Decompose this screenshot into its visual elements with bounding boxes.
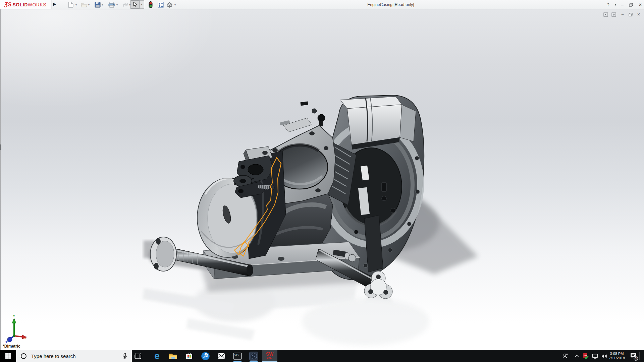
print-button[interactable] [108,1,115,8]
cad-app-icon [249,352,258,361]
rebuild-button[interactable] [147,1,154,8]
logo-text-works: WORKS [28,2,46,7]
evaluate-list-icon [158,2,164,8]
undo-icon [122,2,128,7]
close-button[interactable]: ✕ [636,0,644,9]
taskbar-store[interactable] [181,350,197,362]
open-folder-icon [81,2,88,7]
undo-button[interactable] [121,1,129,8]
print-icon [108,2,115,8]
traffic-light-icon [149,1,153,8]
minimize-button[interactable]: – [618,0,627,9]
open-dropdown[interactable]: ▾ [88,3,91,6]
engine-casing-model[interactable] [0,9,644,350]
select-tool-button[interactable] [130,0,140,9]
taskbar-file-explorer[interactable] [165,350,181,362]
document-title: EngineCasing [Read-only] [351,2,431,7]
taskbar-tool-app[interactable] [198,350,213,362]
menu-flyout-arrow[interactable]: ▶ [53,2,56,6]
wrench-circle-icon [201,352,210,360]
microphone-icon[interactable] [122,353,127,359]
task-view-icon [135,353,141,359]
logo-text-solid: SOLID [13,2,28,7]
save-dropdown[interactable]: ▾ [102,3,104,6]
orientation-triad[interactable]: Y X Z [2,315,28,343]
tray-solidworks-monitor[interactable]: sw [581,350,590,362]
action-center-button[interactable]: 3 [628,350,639,362]
people-icon [562,353,568,359]
tray-overflow-button[interactable] [572,350,581,362]
taskbar-mail[interactable] [214,350,229,362]
show-desktop-button[interactable] [640,350,644,362]
task-view-button[interactable] [130,350,146,362]
tray-people-button[interactable] [560,350,570,362]
solidworks-tile-year: 2017 [266,356,274,360]
ds-logo-icon: ƷS [4,1,12,8]
new-document-button[interactable] [67,1,74,8]
edge-icon: e [154,351,160,361]
network-icon [592,354,598,359]
triad-z-label: Z [5,341,8,343]
new-document-icon [68,2,73,8]
search-placeholder-text: Type here to search [31,353,76,359]
mail-icon [217,353,225,359]
print-dropdown[interactable]: ▾ [116,3,119,6]
save-button[interactable] [94,1,101,8]
select-tool-dropdown[interactable]: ▾ [140,0,144,9]
options-gear-icon [166,2,173,8]
taskbar-search-input[interactable]: Type here to search [16,350,132,362]
file-explorer-icon [169,353,177,360]
store-icon [185,352,193,360]
options-button[interactable] [166,1,173,8]
clock-date: 7/11/2018 [606,356,627,360]
windows-logo-icon [5,353,11,359]
solidworks-monitor-icon: sw [583,353,589,359]
title-bar: ƷS SOLID WORKS ▶ ▾ ▾ ▾ ▾ [0,0,644,9]
triad-y-label: Y [13,315,15,318]
open-button[interactable] [80,1,88,8]
command-prompt-icon: C:\ [233,353,242,360]
view-orientation-label: *Dimetric [3,344,20,349]
save-floppy-icon [95,2,101,8]
taskbar-cad-app[interactable] [246,350,261,362]
restore-icon [629,3,633,7]
triad-x-label: X [24,336,27,340]
taskbar-solidworks[interactable]: SW 2017 [262,350,277,362]
taskbar-command-prompt[interactable]: C:\ [230,350,245,362]
tray-network-button[interactable] [590,350,600,362]
new-document-dropdown[interactable]: ▾ [75,3,78,6]
select-cursor-icon [133,2,138,7]
clock-time: 3:08 PM [606,352,627,356]
notification-count-badge: 3 [634,356,638,361]
taskbar-edge[interactable]: e [149,350,165,362]
evaluate-button[interactable] [157,1,164,8]
start-button[interactable] [0,350,16,362]
taskbar: Type here to search e [0,350,644,362]
chevron-up-icon [575,355,579,357]
options-dropdown[interactable]: ▾ [174,3,177,6]
cortana-icon [21,353,26,359]
solidworks-logo: ƷS SOLID WORKS [0,0,51,9]
restore-button[interactable] [627,0,635,9]
graphics-viewport[interactable]: – ✕ [0,9,644,350]
tray-clock[interactable]: 3:08 PM 7/11/2018 [606,350,627,362]
svg-text:sw: sw [584,354,587,357]
